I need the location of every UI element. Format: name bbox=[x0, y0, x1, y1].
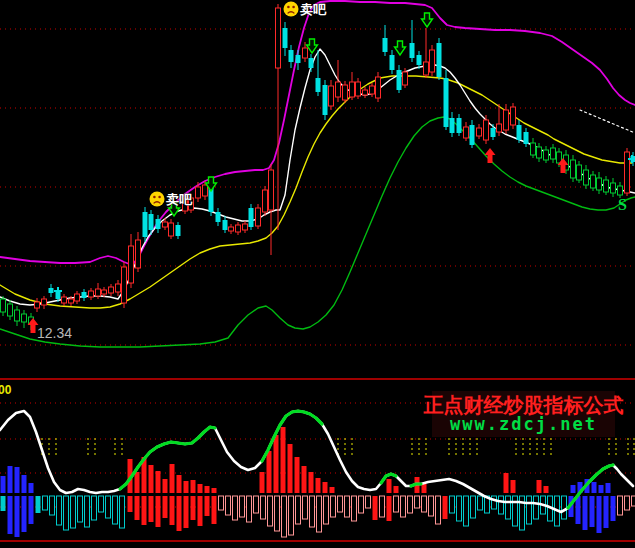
histogram-bar-down bbox=[205, 496, 210, 516]
sad-smiley-icon bbox=[150, 192, 165, 207]
histogram-bar-up bbox=[205, 486, 210, 493]
histogram-bar-down bbox=[338, 496, 343, 512]
histogram-bar-down bbox=[254, 496, 259, 513]
histogram-bar-up bbox=[177, 475, 182, 493]
histogram-bar-down bbox=[583, 496, 588, 530]
candle-body bbox=[89, 291, 94, 297]
candle-body bbox=[511, 107, 516, 125]
histogram-bar-down bbox=[289, 496, 294, 535]
histogram-bar-down bbox=[8, 496, 13, 534]
histogram-bar-down bbox=[170, 496, 175, 525]
candle-body bbox=[376, 77, 381, 98]
sell-label: 卖吧 bbox=[166, 192, 193, 207]
candle-body bbox=[363, 90, 368, 95]
histogram-bar-down bbox=[499, 496, 504, 514]
smiley-eye bbox=[292, 6, 295, 9]
candle-body bbox=[356, 82, 361, 96]
candle-body bbox=[544, 150, 549, 160]
candle-body bbox=[196, 187, 201, 198]
histogram-bar-down bbox=[120, 496, 125, 528]
histogram-bar-up bbox=[29, 483, 34, 493]
histogram-bar-down bbox=[324, 496, 329, 524]
histogram-bar-up bbox=[606, 483, 611, 493]
candle-body bbox=[531, 143, 536, 155]
histogram-bar-up bbox=[544, 486, 549, 493]
candle-body bbox=[571, 160, 576, 178]
candle-body bbox=[263, 190, 268, 212]
sad-smiley-icon bbox=[284, 2, 299, 17]
candle-body bbox=[577, 165, 582, 180]
histogram-bar-down bbox=[78, 496, 83, 522]
histogram-bar-down bbox=[1, 496, 6, 511]
histogram-bar-up bbox=[330, 487, 335, 493]
histogram-bar-up bbox=[156, 471, 161, 493]
candle-body bbox=[430, 50, 435, 72]
candle-body bbox=[303, 48, 308, 58]
histogram-bar-down bbox=[527, 496, 532, 524]
candle-body bbox=[176, 225, 181, 236]
histogram-bar-down bbox=[191, 496, 196, 520]
candle-body bbox=[42, 299, 47, 305]
candle-body bbox=[136, 240, 141, 268]
chart-canvas[interactable]: 卖吧卖吧S12.3400 bbox=[0, 0, 635, 548]
candle-body bbox=[96, 289, 101, 296]
histogram-bar-down bbox=[233, 496, 238, 520]
histogram-bar-down bbox=[359, 496, 364, 513]
histogram-bar-down bbox=[156, 496, 161, 527]
histogram-bar-down bbox=[632, 496, 635, 506]
histogram-bar-up bbox=[212, 488, 217, 493]
histogram-bar-down bbox=[240, 496, 245, 517]
histogram-bar-down bbox=[50, 496, 55, 515]
histogram-bar-up bbox=[170, 464, 175, 493]
candle-body bbox=[504, 110, 509, 130]
histogram-bar-down bbox=[513, 496, 518, 526]
histogram-bar-down bbox=[177, 496, 182, 531]
candle-body bbox=[457, 118, 462, 133]
histogram-bar-down bbox=[57, 496, 62, 525]
watermark-site-url: www.zdcj.net bbox=[450, 416, 597, 434]
candle-body bbox=[269, 170, 274, 210]
histogram-bar-up bbox=[571, 485, 576, 493]
candle-body bbox=[329, 86, 334, 106]
candle-body bbox=[450, 118, 455, 133]
candle-body bbox=[289, 50, 294, 62]
candle-body bbox=[156, 219, 161, 229]
histogram-bar-up bbox=[295, 457, 300, 493]
histogram-bar-down bbox=[268, 496, 273, 526]
candle-body bbox=[143, 212, 148, 237]
histogram-bar-down bbox=[408, 496, 413, 513]
histogram-bar-down bbox=[331, 496, 336, 517]
histogram-bar-down bbox=[296, 496, 301, 524]
histogram-bar-up bbox=[191, 480, 196, 493]
candle-body bbox=[591, 175, 596, 188]
candle-body bbox=[397, 70, 402, 90]
candle-body bbox=[229, 227, 234, 231]
candle-body bbox=[417, 55, 422, 65]
histogram-bar-up bbox=[316, 478, 321, 493]
candle-body bbox=[470, 125, 475, 145]
histogram-bar-down bbox=[464, 496, 469, 526]
candle-body bbox=[69, 299, 74, 303]
candle-body bbox=[75, 294, 80, 301]
histogram-bar-down bbox=[275, 496, 280, 531]
histogram-bar-up bbox=[15, 467, 20, 493]
histogram-bar-down bbox=[163, 496, 168, 518]
histogram-bar-up bbox=[599, 485, 604, 493]
candle-body bbox=[437, 43, 442, 77]
histogram-bar-down bbox=[92, 496, 97, 520]
candle-body bbox=[316, 78, 321, 92]
histogram-bar-down bbox=[198, 496, 203, 526]
histogram-bar-down bbox=[71, 496, 76, 528]
histogram-bar-down bbox=[212, 496, 217, 524]
histogram-bar-down bbox=[415, 496, 420, 508]
candle-body bbox=[309, 58, 314, 68]
candle-body bbox=[243, 224, 248, 230]
histogram-bar-down bbox=[604, 496, 609, 528]
sell-label: 卖吧 bbox=[300, 2, 327, 17]
histogram-bar-down bbox=[597, 496, 602, 533]
histogram-bar-up bbox=[592, 482, 597, 493]
candle-body bbox=[22, 314, 27, 322]
histogram-bar-up bbox=[504, 473, 509, 493]
candle-body bbox=[424, 62, 429, 75]
histogram-bar-down bbox=[478, 496, 483, 510]
